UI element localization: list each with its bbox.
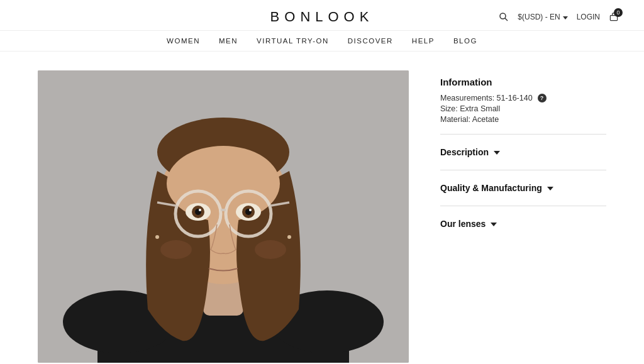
- login-button[interactable]: LOGIN: [577, 13, 600, 21]
- quality-accordion[interactable]: Quality & Manufacturing: [440, 180, 606, 196]
- svg-point-15: [199, 209, 201, 211]
- header-right: $(USD) - EN LOGIN 0: [421, 12, 619, 22]
- lenses-label: Our lenses: [440, 219, 486, 229]
- currency-chevron-icon: [563, 16, 568, 19]
- material-text: Material: Acetate: [440, 115, 499, 124]
- description-accordion[interactable]: Description: [440, 145, 606, 160]
- svg-point-0: [500, 13, 506, 19]
- nav-item-virtual-try-on[interactable]: VIRTUAL TRY-ON: [257, 37, 329, 45]
- size-detail: Size: Extra Small: [440, 104, 606, 113]
- svg-point-27: [155, 235, 159, 239]
- search-icon: [499, 12, 509, 22]
- nav-item-discover[interactable]: DISCOVER: [348, 37, 393, 45]
- cart-count: 0: [614, 8, 623, 17]
- svg-point-19: [249, 209, 252, 211]
- measurements-help-icon[interactable]: ?: [538, 94, 547, 102]
- lenses-chevron-icon: [491, 223, 497, 226]
- currency-selector[interactable]: $(USD) - EN: [518, 13, 567, 21]
- product-info-panel: Information Measurements: 51-16-140 ? Si…: [440, 70, 606, 363]
- svg-point-26: [255, 240, 286, 259]
- cart-button[interactable]: 0: [609, 12, 619, 22]
- svg-line-1: [505, 18, 508, 21]
- info-section-title: Information: [440, 77, 606, 87]
- main-navigation: WOMEN MEN VIRTUAL TRY-ON DISCOVER HELP B…: [0, 31, 644, 52]
- currency-label: $(USD) - EN: [518, 13, 560, 21]
- svg-point-25: [160, 240, 192, 259]
- svg-point-28: [287, 235, 291, 239]
- divider-3: [440, 206, 606, 206]
- divider-2: [440, 170, 606, 170]
- description-chevron-icon: [494, 151, 500, 155]
- material-detail: Material: Acetate: [440, 115, 606, 124]
- lenses-accordion[interactable]: Our lenses: [440, 216, 606, 231]
- divider-1: [440, 134, 606, 135]
- login-label: LOGIN: [577, 13, 600, 21]
- measurements-detail: Measurements: 51-16-140 ?: [440, 94, 606, 102]
- nav-item-women[interactable]: WOMEN: [167, 37, 200, 45]
- description-label: Description: [440, 147, 489, 157]
- size-text: Size: Extra Small: [440, 104, 500, 113]
- nav-item-help[interactable]: HELP: [412, 37, 435, 45]
- measurements-text: Measurements: 51-16-140: [440, 94, 533, 102]
- quality-label: Quality & Manufacturing: [440, 183, 542, 193]
- main-content: Information Measurements: 51-16-140 ? Si…: [0, 52, 644, 364]
- search-button[interactable]: [499, 12, 509, 22]
- nav-item-blog[interactable]: BLOG: [453, 37, 477, 45]
- product-image: [38, 70, 409, 363]
- nav-item-men[interactable]: MEN: [219, 37, 238, 45]
- quality-chevron-icon: [547, 187, 553, 190]
- site-logo[interactable]: BONLOOK: [223, 9, 421, 25]
